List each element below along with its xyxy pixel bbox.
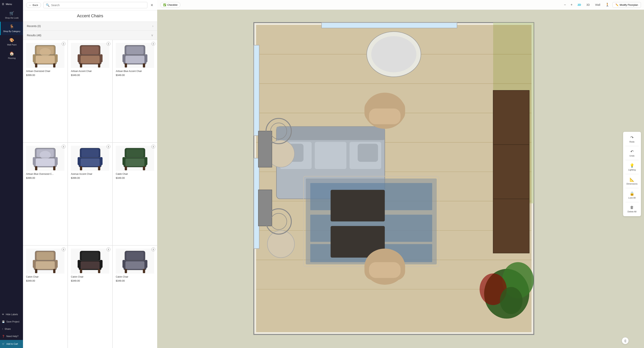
svg-rect-40 bbox=[78, 157, 80, 165]
search-box[interactable]: 🔍 bbox=[43, 2, 148, 8]
menu-button[interactable]: ☰ Menu bbox=[0, 0, 23, 8]
product-card[interactable]: ℹ Calvin Chair $349.00 bbox=[113, 246, 157, 348]
view-3d-button[interactable]: 3D bbox=[584, 2, 592, 8]
product-info-icon[interactable]: ℹ bbox=[106, 247, 110, 251]
zoom-out-button[interactable]: − bbox=[562, 2, 568, 8]
product-card[interactable]: ℹ Aritsan Oversized Chair $399.00 bbox=[23, 40, 68, 142]
product-card[interactable]: ℹ Calvin Chair $349.00 bbox=[68, 246, 112, 348]
svg-rect-107 bbox=[369, 108, 400, 124]
product-card[interactable]: ℹ Caleb Chair $349.00 bbox=[113, 143, 157, 245]
search-icon: 🔍 bbox=[46, 3, 50, 7]
svg-rect-28 bbox=[36, 158, 55, 166]
svg-rect-45 bbox=[125, 158, 144, 166]
hide-labels-icon: 👁 bbox=[2, 313, 4, 316]
sidebar-item-shop-by-category[interactable]: 🪑 Shop By Category bbox=[0, 22, 23, 35]
product-info-icon[interactable]: ℹ bbox=[62, 145, 66, 149]
lock-all-button[interactable]: 🔒 Lock All bbox=[624, 189, 640, 201]
delete-all-button[interactable]: 🗑 Delete All bbox=[624, 203, 640, 215]
product-card[interactable]: ℹ Avenue Accent Chair $399.00 bbox=[68, 143, 112, 245]
recents-section-header[interactable]: Recents (0) › bbox=[23, 22, 157, 31]
product-info-icon[interactable]: ℹ bbox=[152, 247, 155, 251]
zoom-in-button[interactable]: + bbox=[569, 2, 574, 8]
product-image bbox=[26, 249, 64, 273]
svg-rect-38 bbox=[80, 166, 82, 170]
svg-rect-51 bbox=[36, 252, 54, 260]
sidebar-item-wall-paint[interactable]: 🎨 Wall Paint bbox=[0, 35, 23, 49]
dimensions-button[interactable]: 📐 Dimensions bbox=[624, 175, 640, 187]
svg-rect-71 bbox=[143, 269, 145, 273]
svg-rect-94 bbox=[315, 142, 346, 169]
svg-rect-47 bbox=[143, 166, 145, 170]
product-price: $349.00 bbox=[116, 74, 154, 77]
shop-the-look-icon: 🛒 bbox=[10, 11, 14, 16]
product-image bbox=[71, 146, 109, 171]
svg-rect-49 bbox=[145, 157, 148, 165]
lock-all-label: Lock All bbox=[628, 197, 636, 199]
undo-button[interactable]: ↶ Undo bbox=[624, 147, 640, 159]
search-input[interactable] bbox=[51, 4, 145, 7]
help-icon: ❓ bbox=[2, 335, 5, 338]
share-button[interactable]: ↑ Share bbox=[0, 325, 23, 333]
sidebar-item-flooring[interactable]: 🏠 Flooring bbox=[0, 49, 23, 62]
wall-button[interactable]: Wall bbox=[593, 2, 602, 8]
need-help-button[interactable]: ❓ Need Help? bbox=[0, 333, 23, 340]
product-image bbox=[116, 146, 154, 171]
svg-rect-18 bbox=[126, 47, 144, 54]
svg-rect-10 bbox=[82, 47, 99, 54]
lighting-button[interactable]: 💡 Lighting bbox=[624, 161, 640, 173]
product-name: Aritsan Oversized Chair bbox=[26, 70, 64, 73]
svg-rect-5 bbox=[53, 63, 56, 67]
person-view-button[interactable]: 🚶 bbox=[604, 2, 611, 8]
hide-labels-button[interactable]: 👁 Hide Labels bbox=[0, 311, 23, 318]
redo-button[interactable]: ↷ Redo bbox=[624, 133, 640, 145]
svg-rect-15 bbox=[78, 54, 80, 62]
product-info-icon[interactable]: ℹ bbox=[152, 42, 155, 46]
svg-rect-62 bbox=[80, 269, 82, 273]
panel-header: ← Back 🔍 ✕ bbox=[23, 0, 157, 10]
product-card[interactable]: ℹ Artisan Blue Accent Chair $349.00 bbox=[113, 40, 157, 142]
collapse-panel-button[interactable]: ⟨| bbox=[622, 337, 629, 344]
product-price: $399.00 bbox=[71, 176, 109, 179]
product-info-icon[interactable]: ℹ bbox=[62, 42, 66, 46]
sidebar-item-shop-the-look[interactable]: 🛒 Shop the Look bbox=[0, 8, 23, 22]
redo-label: Redo bbox=[630, 141, 634, 143]
checklist-label: Checklist bbox=[167, 4, 178, 6]
view-2d-button[interactable]: 2D bbox=[576, 2, 583, 8]
product-card[interactable]: ℹ Calvin Chair $349.00 bbox=[23, 246, 68, 348]
svg-rect-63 bbox=[98, 269, 100, 273]
save-project-button[interactable]: 💾 Save Project bbox=[0, 318, 23, 325]
floorplan-container[interactable] bbox=[157, 0, 644, 348]
zoom-out-icon: − bbox=[564, 3, 566, 7]
product-name: Calvin Chair bbox=[116, 275, 154, 278]
modify-floorplan-button[interactable]: ✏️ Modify Floorplan bbox=[612, 2, 641, 8]
checklist-button[interactable]: ✅ Checklist bbox=[160, 2, 180, 8]
svg-rect-30 bbox=[53, 166, 56, 170]
svg-rect-59 bbox=[82, 252, 99, 260]
svg-rect-21 bbox=[125, 63, 127, 67]
product-price: $349.00 bbox=[116, 279, 154, 282]
svg-rect-57 bbox=[55, 260, 58, 268]
svg-rect-115 bbox=[493, 90, 529, 253]
product-info-icon[interactable]: ℹ bbox=[106, 42, 110, 46]
canvas-area: ✅ Checklist − + 2D 3D Wall 🚶 ✏️ Modify F… bbox=[157, 0, 644, 348]
back-button[interactable]: ← Back bbox=[26, 2, 41, 8]
recents-chevron-icon: › bbox=[152, 24, 153, 28]
product-card[interactable]: ℹ Artisan Accent Chair $349.00 bbox=[68, 40, 112, 142]
product-image bbox=[26, 43, 64, 68]
product-card[interactable]: ℹ Artisan Blue Oversized C... $399.00 bbox=[23, 143, 68, 245]
back-label: Back bbox=[32, 4, 38, 7]
svg-point-112 bbox=[268, 230, 294, 257]
back-arrow-icon: ← bbox=[29, 4, 32, 7]
close-button[interactable]: ✕ bbox=[150, 2, 154, 8]
svg-rect-22 bbox=[143, 63, 145, 67]
product-info-icon[interactable]: ℹ bbox=[152, 145, 155, 149]
results-section-header[interactable]: Results (48) ∨ bbox=[23, 31, 157, 40]
zoom-in-icon: + bbox=[570, 3, 573, 7]
product-info-icon[interactable]: ℹ bbox=[62, 247, 66, 251]
lock-icon: 🔒 bbox=[630, 191, 634, 196]
wall-paint-icon: 🎨 bbox=[10, 38, 14, 42]
lighting-icon: 💡 bbox=[630, 163, 634, 168]
product-info-icon[interactable]: ℹ bbox=[106, 145, 110, 149]
recents-label: Recents (0) bbox=[27, 25, 41, 28]
add-to-cart-button[interactable]: 🛒 Add to Cart bbox=[0, 340, 23, 348]
